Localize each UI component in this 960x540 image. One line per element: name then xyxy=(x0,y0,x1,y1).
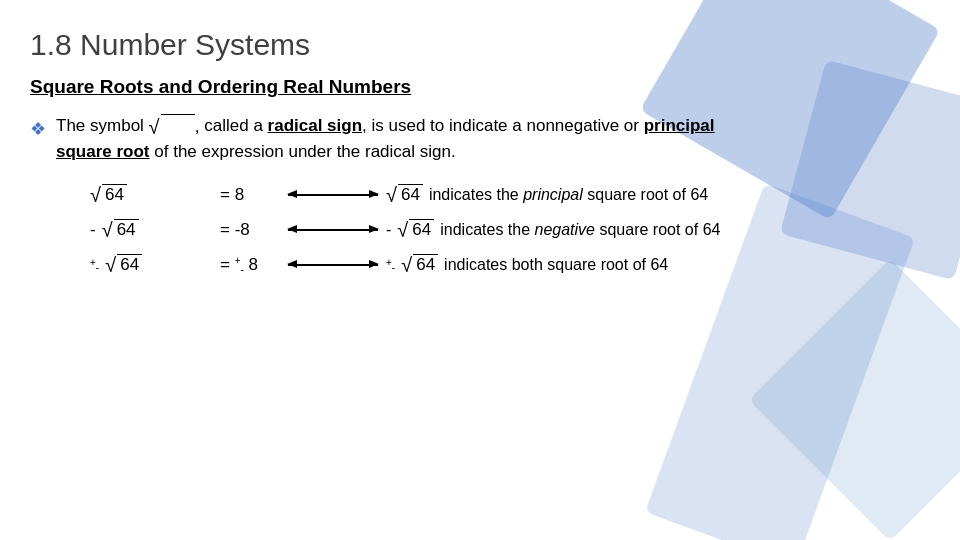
bullet-text2: , is used to indicate a nonnegative or xyxy=(362,116,644,135)
bullet-text1: called a xyxy=(204,116,267,135)
example-row-1: √64 = 8 √64 indicates the principal squa… xyxy=(90,184,920,205)
example-row-2: - √64 = -8 - √64 indicates the negative … xyxy=(90,219,920,240)
slide-title: 1.8 Number Systems xyxy=(30,28,920,62)
bullet-text3: of the expression under the radical sign… xyxy=(150,142,456,161)
radical-sign-label: radical sign xyxy=(268,116,362,135)
radical-2: √64 xyxy=(102,219,139,240)
radical-3: √64 xyxy=(105,254,142,275)
arrow-3 xyxy=(288,264,378,266)
bullet-point: ❖ The symbol √ , called a radical sign, … xyxy=(30,114,920,164)
radical-rhs-1: √64 xyxy=(386,184,423,205)
example-2-eq: = -8 xyxy=(220,220,280,240)
bullet-diamond-icon: ❖ xyxy=(30,116,46,142)
example-1-italic: principal xyxy=(523,186,583,203)
example-1-lhs: √64 xyxy=(90,184,220,205)
bullet-text: The symbol √ , called a radical sign, is… xyxy=(56,114,736,164)
example-2-rhs: - √64 indicates the negative square root… xyxy=(386,219,720,240)
radical-1: √64 xyxy=(90,184,127,205)
arrow-1 xyxy=(288,194,378,196)
plus-minus-sign-lhs: +- xyxy=(90,257,99,273)
example-1-rhs: √64 indicates the principal square root … xyxy=(386,184,708,205)
section-title: Square Roots and Ordering Real Numbers xyxy=(30,76,920,98)
plus-minus-sign-rhs: +- xyxy=(386,257,395,273)
example-3-rhs-text: indicates both square root of 64 xyxy=(444,256,668,274)
radical-symbol-inline: √ , xyxy=(149,114,200,140)
example-2-lhs: - √64 xyxy=(90,219,220,240)
example-2-italic: negative xyxy=(535,221,596,238)
arrow-2 xyxy=(288,229,378,231)
examples-area: √64 = 8 √64 indicates the principal squa… xyxy=(90,184,920,275)
bullet-intro: The symbol xyxy=(56,116,144,135)
example-2-rhs-text: indicates the negative square root of 64 xyxy=(440,221,720,239)
example-1-eq: = 8 xyxy=(220,185,280,205)
example-row-3: +- √64 = +- 8 +- √64 indicates both squa… xyxy=(90,254,920,275)
example-3-lhs: +- √64 xyxy=(90,254,220,275)
radical-rhs-2: √64 xyxy=(397,219,434,240)
neg-sign-rhs: - xyxy=(386,221,391,239)
example-3-rhs: +- √64 indicates both square root of 64 xyxy=(386,254,668,275)
example-3-eq: = +- 8 xyxy=(220,255,280,275)
neg-sign-1: - xyxy=(90,220,96,240)
example-1-rhs-text: indicates the principal square root of 6… xyxy=(429,186,708,204)
radical-rhs-3: √64 xyxy=(401,254,438,275)
